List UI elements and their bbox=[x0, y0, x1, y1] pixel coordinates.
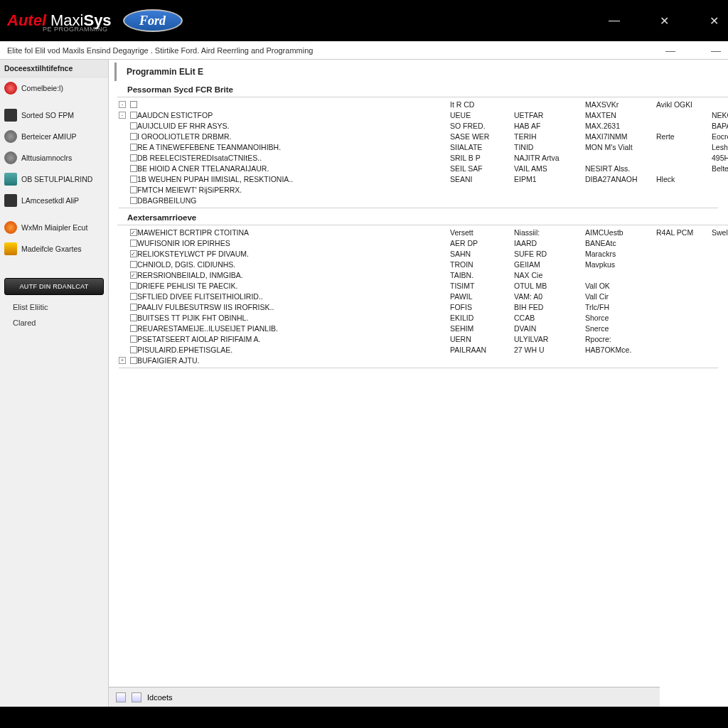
checkbox[interactable] bbox=[130, 304, 137, 311]
cell: SRIL B P bbox=[450, 154, 514, 162]
tree-toggle-icon[interactable]: - bbox=[119, 112, 126, 119]
checkbox[interactable] bbox=[130, 346, 137, 353]
table-row[interactable]: DB REELECISTEREDIsataCTNItES..SRIL B PNA… bbox=[119, 152, 724, 163]
table-row[interactable]: CHNIOLD, DGIS. CIDIUNHS.TROINGEIIAMMavpk… bbox=[119, 259, 724, 269]
checkbox[interactable] bbox=[130, 186, 137, 193]
cell: Hleck bbox=[656, 175, 712, 183]
cell: OTUL MB bbox=[514, 282, 585, 290]
checkbox[interactable] bbox=[130, 197, 137, 204]
checkbox[interactable] bbox=[130, 250, 137, 257]
cell: MON M's Vialt bbox=[585, 143, 656, 151]
checkbox[interactable] bbox=[130, 357, 137, 364]
sidebar-item-5[interactable]: LAmcesetkdl AliP bbox=[0, 190, 108, 211]
cell: NAX Cie bbox=[514, 271, 585, 279]
col5: Avikl OGKl bbox=[656, 100, 712, 109]
tree-toggle-icon[interactable]: + bbox=[119, 357, 126, 364]
checkbox[interactable] bbox=[130, 144, 137, 151]
cell: Mavpkus bbox=[585, 260, 656, 269]
cell: Snerce bbox=[585, 324, 656, 333]
table-row[interactable]: BUITSES TT PIJIK FHT OBINHL.EKILIDCCABSh… bbox=[119, 312, 724, 323]
table-row[interactable]: SFTLIED DIVEE FLITSEITHIOLIRID..PAWILVAM… bbox=[119, 291, 724, 301]
sidebar-item-2[interactable]: Berteicer AMIUP bbox=[0, 126, 108, 147]
table-row[interactable]: RELIOKSTEYLWCT PF DIVAUM.SAHNSUFE RDMara… bbox=[119, 248, 724, 259]
sidebar-item-3[interactable]: Alttusiamnoclrs bbox=[0, 147, 108, 168]
checkbox[interactable] bbox=[130, 154, 137, 161]
cell: MAX.2631 bbox=[585, 122, 656, 130]
cell: UETFAR bbox=[514, 111, 585, 119]
cell: FMTCH MEIEWT' RijSiPERRX. bbox=[137, 186, 450, 194]
sidebar-item-0[interactable]: Comelbeie:l) bbox=[0, 77, 108, 99]
checkbox[interactable] bbox=[130, 325, 137, 332]
cell: TAIBN. bbox=[450, 271, 514, 279]
auto-detect-button[interactable]: AUTF DIN RDANLCAT bbox=[4, 278, 104, 295]
cell: EIPM1 bbox=[514, 175, 585, 183]
cell: PSETATSEERT AIOLAP RIFIFAIM A. bbox=[137, 335, 450, 343]
cell: MAWEHICT BCRTIPR CTOITINA bbox=[137, 228, 450, 237]
table-row[interactable]: WUFISONIR IOR EPIRHESAER DPIAARDBANEAtc bbox=[119, 237, 724, 248]
table-row[interactable]: 1B WEUHEN PUPAH IIMISIAL, RESKTIONIA..SE… bbox=[119, 173, 724, 184]
cell: BANEAtc bbox=[585, 239, 656, 247]
close-button-outer[interactable]: ✕ bbox=[707, 14, 721, 28]
table-row[interactable]: REUARESTAMEIJE..ILUSEIJET PIANLIB.SEHIMD… bbox=[119, 323, 724, 333]
tree-collapse-icon[interactable]: - bbox=[119, 101, 126, 108]
table-row[interactable]: RERSRIONBEIIALD, INMGIBA.TAIBN.NAX Cie bbox=[119, 269, 724, 280]
checkbox[interactable] bbox=[130, 165, 137, 172]
cell: TROIN bbox=[450, 260, 514, 269]
sidebar-item-7[interactable]: Madeifcle Gxartes bbox=[0, 238, 108, 259]
table-row[interactable]: I OROOLIOTLETR DRBMR.SASE WERTERIHMAXI7I… bbox=[119, 131, 724, 141]
checkbox[interactable] bbox=[130, 101, 137, 108]
minimize-button[interactable]: — bbox=[607, 14, 621, 28]
module-icon bbox=[4, 194, 17, 207]
cell: Leshk bbox=[712, 143, 728, 151]
cell: HAB7OKMce. bbox=[585, 346, 656, 354]
table-row[interactable]: -AAUDCN ESTICTFOPUEUEUETFARMAXTENNEKOK bbox=[119, 109, 724, 120]
cell: FOFIS bbox=[450, 303, 514, 311]
statusbar: Idcoets bbox=[109, 687, 660, 707]
sidebar-item-4[interactable]: OB SETULPIALRIND bbox=[0, 168, 108, 190]
cell: SAHN bbox=[450, 250, 514, 258]
checkbox[interactable] bbox=[130, 261, 137, 268]
table-row[interactable]: FMTCH MEIEWT' RijSiPERRX. bbox=[119, 184, 724, 195]
sidebar-item-6[interactable]: WxMn Miaipler Ecut bbox=[0, 217, 108, 238]
cell: I OROOLIOTLETR DRBMR. bbox=[137, 132, 450, 141]
cell: PISULAIRD.EPHETISGLAE. bbox=[137, 346, 450, 354]
sidebar: Doceesxtilhtifefnce Comelbeie:l) Sorted … bbox=[0, 60, 109, 707]
cell: NAJITR Artva bbox=[514, 154, 585, 162]
checkbox[interactable] bbox=[130, 133, 137, 140]
sub-minimize[interactable]: — bbox=[665, 45, 675, 56]
status-icon bbox=[116, 692, 126, 702]
cell: SEANI bbox=[450, 175, 514, 183]
checkbox[interactable] bbox=[130, 122, 137, 129]
panel-icon bbox=[4, 173, 17, 186]
alert-icon bbox=[4, 221, 17, 234]
table-row[interactable]: PSETATSEERT AIOLAP RIFIFAIM A.UERNULYILV… bbox=[119, 333, 724, 344]
table-row[interactable]: BE HIOID A CNER TTELANARAIJAUR.SEIL SAFV… bbox=[119, 163, 724, 173]
sidebar-item-1[interactable]: Sorted SO FPM bbox=[0, 105, 108, 126]
checkbox[interactable] bbox=[130, 229, 137, 236]
table-row[interactable]: PAALIV FULBESUTRSW IIS IROFRISK..FOFISBI… bbox=[119, 301, 724, 312]
cell: AER DP bbox=[450, 239, 514, 247]
table-row[interactable]: PISULAIRD.EPHETISGLAE.PAILRAAN27 WH UHAB… bbox=[119, 344, 724, 355]
cell: SIIALATE bbox=[450, 143, 514, 151]
checkbox[interactable] bbox=[130, 112, 137, 119]
table-row[interactable]: MAWEHICT BCRTIPR CTOITINAVersettNiassiil… bbox=[119, 227, 724, 237]
checkbox[interactable] bbox=[130, 272, 137, 279]
table-row[interactable]: AUIJCLUID EF RHR ASYS.SO FRED.HAB AFMAX.… bbox=[119, 120, 724, 131]
checkbox[interactable] bbox=[130, 314, 137, 321]
cell: NESIRT Alss. bbox=[585, 164, 656, 173]
sidebar-link-elite[interactable]: Elist Eliitic bbox=[0, 299, 108, 315]
table-row[interactable]: +BUFAIGIER AJTU. bbox=[119, 355, 724, 365]
table-row[interactable]: RE A TINEWEFEBENE TEANMANOIHIBH.SIIALATE… bbox=[119, 141, 724, 152]
table-row[interactable]: DRIEFE PEHLISI TE PAECIK.TISIMTOTUL MBVa… bbox=[119, 280, 724, 291]
checkbox[interactable] bbox=[130, 293, 137, 300]
sub-dash[interactable]: — bbox=[711, 45, 721, 56]
checkbox[interactable] bbox=[130, 336, 137, 343]
checkbox[interactable] bbox=[130, 176, 137, 183]
checkbox[interactable] bbox=[130, 282, 137, 289]
close-button[interactable]: ✕ bbox=[657, 14, 671, 28]
cell: SEIL SAF bbox=[450, 164, 514, 173]
table-row[interactable]: DBAGRBEILUNG bbox=[119, 195, 724, 205]
sidebar-link-cleared[interactable]: Clared bbox=[0, 315, 108, 331]
checkbox[interactable] bbox=[130, 240, 137, 247]
cell: BUFAIGIER AJTU. bbox=[137, 356, 450, 365]
